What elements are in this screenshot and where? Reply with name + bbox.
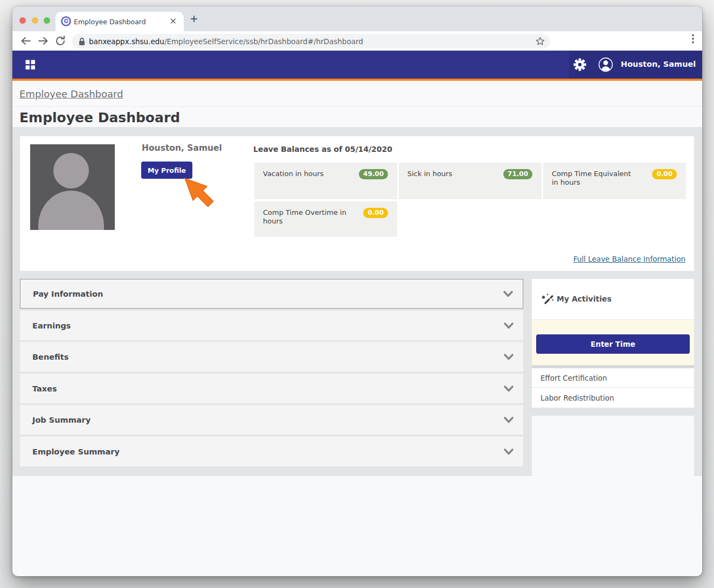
forward-icon[interactable]: [37, 35, 49, 47]
lock-icon: [78, 37, 86, 46]
chevron-down-icon: [504, 449, 514, 455]
tab-close-icon[interactable]: ✕: [170, 16, 177, 27]
back-icon[interactable]: [20, 35, 32, 47]
app-navbar: Houston, Samuel: [12, 51, 702, 79]
mouse-cursor-icon: [175, 168, 222, 215]
chevron-down-icon: [504, 354, 514, 360]
leave-tile-vacation: Vacation in hours 49.00: [254, 163, 397, 199]
leave-value-badge: 71.00: [503, 169, 532, 179]
empty-panel: [532, 416, 694, 476]
leave-value-badge: 0.00: [363, 208, 388, 218]
favicon-icon: [60, 16, 72, 27]
employee-name: Houston, Samuel: [142, 143, 222, 153]
accordion-job-summary[interactable]: Job Summary: [20, 405, 523, 435]
browser-toolbar: banxeappx.shsu.edu/EmployeeSelfService/s…: [12, 31, 702, 51]
leave-value-badge: 49.00: [359, 169, 388, 179]
chevron-down-icon: [504, 386, 514, 392]
accordion-benefits[interactable]: Benefits: [20, 342, 523, 372]
leave-balances-heading: Leave Balances as of 05/14/2020: [253, 145, 392, 153]
accordion-taxes[interactable]: Taxes: [20, 374, 523, 403]
chevron-down-icon: [504, 323, 514, 329]
leave-tile-comp-equivalent: Comp Time Equivalent in hours 0.00: [543, 163, 686, 199]
new-tab-button[interactable]: +: [190, 11, 198, 26]
magic-wand-icon: [540, 292, 555, 307]
window-minimize-button[interactable]: [32, 17, 38, 24]
app-grid-menu-icon[interactable]: [24, 58, 37, 71]
my-activities-panel: My Activities Enter Time Effort Certific…: [532, 279, 694, 408]
leave-tile-comp-overtime: Comp Time Overtime in hours 0.00: [254, 201, 397, 237]
chevron-down-icon: [504, 417, 514, 423]
person-silhouette-icon: [30, 144, 115, 230]
my-activities-title: My Activities: [557, 295, 612, 303]
activity-effort-certification[interactable]: Effort Certification: [532, 368, 694, 388]
browser-menu-icon[interactable]: [692, 34, 694, 44]
page-title: Employee Dashboard: [19, 110, 180, 125]
url-text: banxeappx.shsu.edu/EmployeeSelfService/s…: [89, 37, 363, 46]
browser-window: Employee Dashboard ✕ + banxeappx.shsu.ed…: [12, 6, 702, 576]
full-leave-balance-link[interactable]: Full Leave Balance Information: [573, 255, 685, 263]
enter-time-button[interactable]: Enter Time: [536, 334, 690, 354]
window-zoom-button[interactable]: [44, 17, 50, 24]
leave-value-badge: 0.00: [652, 169, 677, 179]
accordion-employee-summary[interactable]: Employee Summary: [20, 437, 523, 466]
window-close-button[interactable]: [19, 17, 26, 24]
settings-gear-icon[interactable]: [573, 58, 586, 71]
accordion-earnings[interactable]: Earnings: [20, 311, 523, 340]
tab-strip: Employee Dashboard ✕ +: [12, 6, 702, 31]
navbar-username[interactable]: Houston, Samuel: [621, 60, 696, 68]
my-activities-header: My Activities: [532, 279, 694, 320]
profile-card: Houston, Samuel My Profile Leave Balance…: [20, 136, 694, 271]
divider: [12, 106, 702, 107]
user-avatar-icon[interactable]: [598, 57, 613, 72]
chevron-down-icon: [503, 291, 513, 297]
leave-tile-sick: Sick in hours 71.00: [399, 163, 542, 199]
browser-tab[interactable]: Employee Dashboard ✕: [56, 12, 184, 31]
address-bar[interactable]: banxeappx.shsu.edu/EmployeeSelfService/s…: [72, 34, 550, 48]
page-header: Employee Dashboard Employee Dashboard: [12, 81, 702, 127]
reload-icon[interactable]: [54, 35, 66, 47]
profile-photo: [30, 144, 115, 230]
accordion-pay-information[interactable]: Pay Information: [20, 279, 523, 309]
enter-time-strip: Enter Time: [532, 320, 694, 365]
activity-labor-redistribution[interactable]: Labor Redistribution: [532, 388, 694, 408]
tab-title: Employee Dashboard: [74, 18, 146, 26]
bookmark-star-icon[interactable]: [536, 37, 545, 46]
breadcrumb[interactable]: Employee Dashboard: [19, 88, 123, 100]
